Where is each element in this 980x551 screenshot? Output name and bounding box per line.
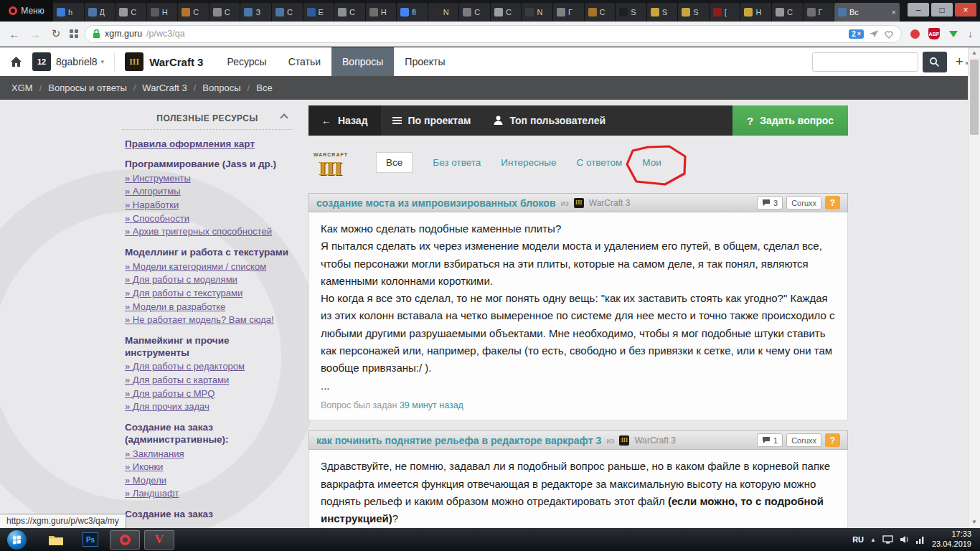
breadcrumb-item[interactable]: Вопросы и ответы: [33, 83, 127, 93]
sidebar-link[interactable]: Модели: [125, 475, 290, 486]
browser-tab[interactable]: C: [334, 3, 366, 22]
browser-tab[interactable]: N: [522, 3, 553, 22]
breadcrumb-item[interactable]: Вопросы: [187, 83, 241, 93]
question-time-link[interactable]: 39 минут назад: [400, 400, 463, 410]
photoshop-taskbar-icon[interactable]: Ps: [75, 530, 105, 550]
back-icon[interactable]: ←: [7, 28, 22, 40]
browser-tab[interactable]: Г: [804, 3, 835, 22]
browser-tab-active[interactable]: Вс ×: [834, 3, 900, 22]
browser-tab[interactable]: S: [616, 3, 647, 22]
username[interactable]: 8gabriel8: [56, 56, 98, 67]
sidebar-link[interactable]: Иконки: [125, 461, 290, 473]
nav-item-resources[interactable]: Ресурсы: [216, 47, 277, 76]
sidebar-link[interactable]: Модели в разработке: [125, 301, 290, 313]
nav-item-articles[interactable]: Статьи: [278, 47, 331, 76]
filter-tab-unanswered[interactable]: Без ответа: [433, 157, 481, 168]
comments-badge[interactable]: 3: [757, 196, 783, 209]
browser-tab[interactable]: fl: [397, 3, 428, 22]
search-button[interactable]: [923, 52, 947, 72]
browser-tab[interactable]: C: [272, 3, 303, 22]
maximize-button[interactable]: □: [931, 3, 953, 17]
sidebar-link[interactable]: Способности: [125, 213, 290, 225]
speed-dial-icon[interactable]: [70, 29, 78, 38]
question-project-link[interactable]: WarCraft 3: [634, 435, 676, 446]
browser-tab[interactable]: Г: [553, 3, 585, 22]
sidebar-link[interactable]: Алгоритмы: [125, 186, 290, 197]
browser-tab[interactable]: З: [240, 3, 272, 22]
heart-icon[interactable]: [884, 29, 894, 39]
sidebar-link[interactable]: Заклинания: [125, 448, 290, 460]
forward-icon[interactable]: →: [28, 28, 42, 40]
search-input[interactable]: [812, 52, 918, 72]
scrollbar[interactable]: ▲ ▼: [968, 47, 980, 528]
sidebar-link[interactable]: Для работы с MPQ: [125, 388, 290, 400]
browser-menu-button[interactable]: Меню: [0, 0, 53, 22]
browser-tab[interactable]: Н: [366, 3, 397, 22]
display-icon[interactable]: [882, 535, 893, 544]
tab-close-icon[interactable]: ×: [892, 8, 896, 17]
clock[interactable]: 17:33 23.04.2019: [932, 529, 971, 550]
sidebar-link[interactable]: Наработки: [125, 199, 290, 211]
comments-badge[interactable]: 1: [757, 433, 783, 447]
browser-tab[interactable]: Н: [740, 3, 772, 22]
avatar[interactable]: 12: [32, 52, 51, 71]
sidebar-link[interactable]: Архив триггерных способностей: [125, 226, 290, 237]
browser-tab[interactable]: C: [209, 3, 241, 22]
author-badge[interactable]: Coruxx: [786, 433, 821, 447]
browser-tab[interactable]: S: [647, 3, 679, 22]
question-project-link[interactable]: WarCraft 3: [589, 198, 631, 208]
sidebar-link[interactable]: Модели категориями / списком: [125, 261, 290, 273]
back-button[interactable]: ← Назад: [308, 105, 381, 136]
explorer-taskbar-icon[interactable]: [41, 530, 71, 550]
sidebar-link[interactable]: Для работы с редактором: [125, 361, 290, 372]
scroll-thumb[interactable]: [970, 60, 979, 135]
breadcrumb-item[interactable]: WarCraft 3: [127, 83, 187, 93]
sidebar-link[interactable]: Ландшафт: [125, 488, 290, 499]
sidebar-link[interactable]: Для работы с текстурами: [125, 288, 290, 299]
download-icon[interactable]: ↓: [968, 28, 973, 39]
nav-item-questions[interactable]: Вопросы: [331, 47, 394, 76]
home-icon[interactable]: [10, 56, 22, 67]
filter-tab-answered[interactable]: С ответом: [576, 157, 622, 168]
warcraft3-project-icon[interactable]: III: [125, 52, 143, 71]
start-button[interactable]: [7, 530, 27, 550]
green-arrow-extension-icon[interactable]: [947, 27, 960, 40]
author-badge[interactable]: Coruxx: [786, 196, 821, 209]
red-dot-extension-icon[interactable]: [908, 27, 921, 40]
network-icon[interactable]: [915, 535, 925, 544]
blocked-count-badge[interactable]: 2×: [849, 29, 864, 39]
sidebar-link[interactable]: Для прочих задач: [125, 401, 290, 413]
browser-tab[interactable]: C: [772, 3, 804, 22]
breadcrumb-item[interactable]: Все: [241, 83, 273, 93]
browser-tab[interactable]: C: [178, 3, 209, 22]
top-users-button[interactable]: Топ пользователей: [482, 105, 617, 136]
scroll-down-button[interactable]: ▼: [969, 517, 980, 528]
browser-tab[interactable]: C: [459, 3, 491, 22]
abp-extension-icon[interactable]: ABP: [928, 27, 941, 40]
question-title-link[interactable]: как починить поднятие рельефа в редактор…: [316, 435, 601, 446]
reload-icon[interactable]: ↻: [49, 27, 63, 40]
sidebar-link[interactable]: Для работы с картами: [125, 375, 290, 386]
ask-question-button[interactable]: ? Задать вопрос: [732, 105, 848, 136]
sidebar-link[interactable]: Не работает модель? Вам сюда!: [125, 314, 290, 326]
browser-tab[interactable]: S: [678, 3, 710, 22]
language-indicator[interactable]: RU: [852, 535, 864, 544]
project-name[interactable]: WarCraft 3: [149, 56, 203, 68]
collapse-chevron-icon[interactable]: [280, 113, 288, 121]
tray-expand-icon[interactable]: ▲: [870, 537, 876, 543]
scroll-up-button[interactable]: ▲: [969, 47, 980, 59]
filter-tab-mine[interactable]: Мои: [642, 157, 661, 168]
sidebar-link-map-rules[interactable]: Правила оформления карт: [125, 138, 290, 149]
browser-tab[interactable]: C: [491, 3, 522, 22]
vivaldi-taskbar-icon[interactable]: V: [144, 530, 174, 550]
browser-tab[interactable]: Е: [303, 3, 335, 22]
opera-taskbar-icon[interactable]: [110, 530, 140, 550]
url-field[interactable]: xgm.guru/p/wc3/qa 2×: [85, 25, 902, 43]
browser-tab[interactable]: h: [53, 3, 85, 22]
filter-tab-all[interactable]: Все: [376, 152, 413, 173]
filter-tab-interesting[interactable]: Интересные: [501, 157, 556, 168]
close-button[interactable]: ×: [955, 3, 976, 17]
browser-tab[interactable]: C: [585, 3, 616, 22]
question-title-link[interactable]: создание моста из импровизированных блок…: [316, 197, 556, 209]
browser-tab[interactable]: [: [710, 3, 741, 22]
